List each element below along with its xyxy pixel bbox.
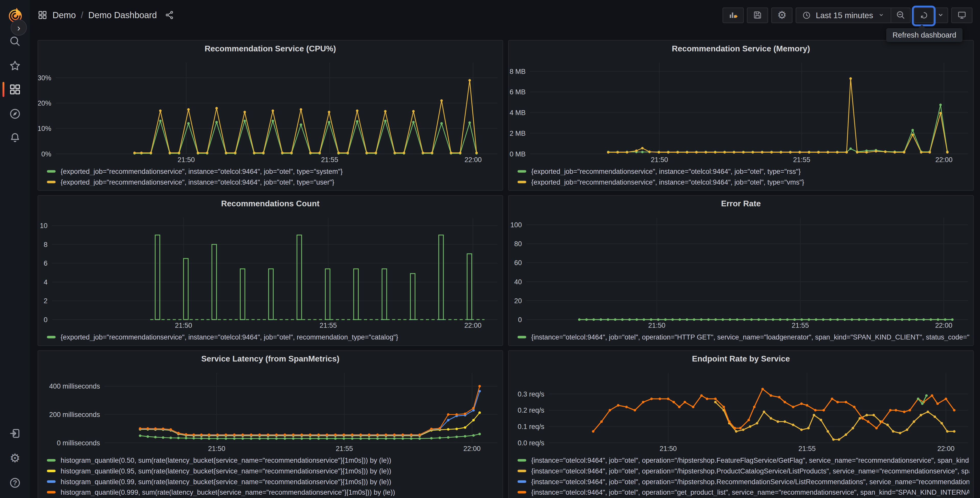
legend-label[interactable]: {exported_job="recommendationservice", i…	[60, 167, 343, 175]
refresh-dashboard-button[interactable]	[914, 8, 933, 22]
point	[234, 152, 237, 154]
time-series-plot[interactable]: 0 MB2 MB4 MB6 MB8 MB21:5021:5522:00	[509, 57, 973, 164]
point	[343, 437, 345, 440]
panel-memory: Recommendation Service (Memory) 0 MB2 MB…	[508, 40, 974, 191]
point	[770, 394, 772, 397]
sidebar-item-starred[interactable]	[6, 56, 24, 75]
point	[206, 152, 208, 154]
point	[676, 151, 679, 154]
legend-item: histogram_quantile(0.50, sum(rate(latenc…	[47, 455, 499, 466]
legend-item: {exported_job="recommendationservice", i…	[518, 176, 969, 187]
point	[641, 147, 644, 150]
point	[807, 427, 810, 429]
point	[822, 409, 825, 412]
bar	[240, 269, 245, 319]
point	[837, 401, 839, 404]
point	[464, 413, 466, 415]
time-series-plot[interactable]: 02040608010021:5021:5522:00	[509, 212, 973, 330]
point	[317, 434, 320, 436]
point	[714, 401, 717, 404]
point	[886, 424, 889, 426]
point	[473, 419, 475, 421]
sidebar-item-explore[interactable]	[6, 104, 24, 123]
point	[850, 147, 852, 150]
legend-label[interactable]: histogram_quantile(0.999, sum(rate(laten…	[60, 488, 395, 495]
legend-swatch	[518, 180, 526, 183]
point	[326, 434, 328, 436]
share-icon[interactable]	[164, 10, 174, 20]
add-panel-button[interactable]	[723, 7, 744, 23]
point	[879, 318, 882, 321]
sidebar-item-help[interactable]: ?	[6, 473, 24, 492]
zoom-out-button[interactable]	[891, 8, 910, 22]
legend-swatch	[47, 336, 56, 338]
legend-label[interactable]: {instance="otelcol:9464", job="otel", op…	[531, 333, 969, 340]
point	[208, 434, 210, 436]
legend-item: {instance="otelcol:9464", job="otel", op…	[518, 465, 969, 476]
legend-item: histogram_quantile(0.999, sum(rate(laten…	[47, 487, 499, 497]
legend-label[interactable]: histogram_quantile(0.95, sum(rate(latenc…	[60, 467, 391, 474]
cycle-view-mode-button[interactable]	[951, 7, 972, 23]
panel-title[interactable]: Endpoint Rate by Service	[509, 351, 973, 367]
point	[930, 318, 932, 321]
point	[621, 318, 624, 321]
panel-title[interactable]: Service Latency (from SpanMetrics)	[38, 351, 503, 367]
point	[800, 428, 803, 431]
legend-label[interactable]: {exported_job="recommendationservice", i…	[60, 178, 334, 185]
panel-title[interactable]: Recommendation Service (Memory)	[509, 41, 973, 57]
panel-legend: {instance="otelcol:9464", job="otel", op…	[509, 330, 973, 345]
legend-label[interactable]: {instance="otelcol:9464", job="otel", op…	[531, 488, 969, 495]
point	[808, 151, 810, 154]
time-series-plot[interactable]: 0 milliseconds200 milliseconds400 millis…	[38, 367, 503, 453]
sidebar-expand-button[interactable]: ›	[11, 19, 27, 36]
point	[609, 409, 611, 412]
sidebar: ⚙ ?	[0, 0, 30, 498]
series-user	[135, 80, 477, 153]
refresh-interval-button[interactable]	[934, 8, 948, 22]
point	[845, 151, 848, 154]
legend-label[interactable]: histogram_quantile(0.99, sum(rate(latenc…	[60, 477, 391, 485]
legend-label[interactable]: {exported_job="recommendationservice", i…	[60, 333, 398, 340]
point	[838, 438, 840, 441]
x-axis-label: 21:55	[792, 322, 809, 329]
legend-label[interactable]: {instance="otelcol:9464", job="otel", op…	[531, 477, 969, 485]
panel-title[interactable]: Recommendation Service (CPU%)	[38, 41, 503, 57]
panel-title[interactable]: Recommendations Count	[38, 196, 503, 212]
sidebar-item-sign-in[interactable]	[6, 424, 24, 442]
time-series-plot[interactable]: 024681021:5021:5522:00	[38, 212, 503, 330]
panel-legend: histogram_quantile(0.50, sum(rate(latenc…	[38, 453, 503, 498]
panel-title[interactable]: Error Rate	[509, 196, 973, 212]
legend-label[interactable]: {instance="otelcol:9464", job="otel", op…	[531, 467, 969, 474]
point	[225, 152, 228, 154]
breadcrumb-section[interactable]: Demo	[52, 10, 76, 20]
legend-label[interactable]: histogram_quantile(0.50, sum(rate(latenc…	[60, 456, 391, 464]
legend-label[interactable]: {exported_job="recommendationservice", i…	[531, 178, 804, 185]
series-system	[135, 121, 477, 153]
time-series-plot[interactable]: 0%10%20%30%21:5021:5522:00	[38, 57, 503, 164]
point	[469, 79, 471, 81]
time-series-plot[interactable]: 0.0 req/s0.1 req/s0.2 req/s0.3 req/s21:5…	[509, 367, 973, 453]
sidebar-item-dashboards[interactable]	[6, 80, 24, 99]
point	[865, 318, 868, 321]
point	[827, 151, 829, 154]
legend-label[interactable]: {instance="otelcol:9464", job="otel", op…	[531, 456, 969, 464]
point	[418, 437, 421, 440]
point	[889, 409, 892, 412]
point	[275, 434, 278, 436]
time-range-picker[interactable]: Last 15 minutes	[796, 8, 891, 22]
point	[343, 434, 345, 436]
sidebar-item-alerting[interactable]	[6, 128, 24, 147]
legend-swatch	[47, 480, 56, 483]
dashboard-settings-button[interactable]: ⚙	[771, 7, 792, 23]
sidebar-item-settings[interactable]: ⚙	[6, 449, 24, 467]
legend-swatch	[47, 491, 56, 493]
legend-label[interactable]: {exported_job="recommendationservice", i…	[531, 167, 801, 175]
panel-chart: 0 MB2 MB4 MB6 MB8 MB21:5021:5522:00	[509, 57, 973, 164]
point	[197, 152, 199, 154]
point	[729, 318, 731, 321]
x-axis-label: 21:50	[660, 445, 677, 452]
point	[925, 394, 928, 397]
save-dashboard-button[interactable]	[747, 7, 768, 23]
y-axis-label: 8 MB	[510, 68, 526, 75]
point	[275, 437, 278, 440]
